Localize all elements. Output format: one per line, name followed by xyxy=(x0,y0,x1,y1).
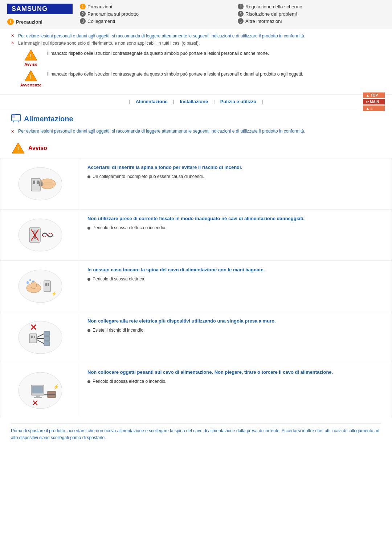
samsung-logo: SAMSUNG xyxy=(7,4,73,14)
nav-num-5: 5 xyxy=(238,11,244,17)
table-row: ⚡ In nessun caso toccare la spina del ca… xyxy=(0,261,392,312)
warning-content-2: Non utilizzare prese di corrente fissate… xyxy=(80,210,392,260)
bullet-dot xyxy=(87,278,90,281)
svg-text:⚡: ⚡ xyxy=(53,384,60,390)
svg-rect-26 xyxy=(45,283,47,286)
nav-menu: 1 Precauzioni 4 Regolazione dello scherm… xyxy=(80,4,385,24)
svg-rect-15 xyxy=(43,183,54,185)
bullet-text-4: Esiste il rischio di incendio. xyxy=(93,328,144,333)
nav-link-4[interactable]: Regolazione dello schermo xyxy=(245,4,302,9)
content-area: Per evitare lesioni personali o danni ag… xyxy=(0,128,392,134)
sep-3: | xyxy=(262,99,263,104)
nav-num-2: 2 xyxy=(80,11,86,17)
svg-rect-25 xyxy=(44,281,50,292)
warning-title-5: Non collocare oggetti pesanti sul cavo d… xyxy=(87,369,384,376)
avviso-icon: ! Avviso xyxy=(18,49,44,66)
svg-rect-27 xyxy=(48,283,49,286)
nav-link-3[interactable]: Collegamenti xyxy=(87,19,115,24)
bullet-text-5: Pericolo di scossa elettrica o incendio. xyxy=(93,379,166,384)
warning-image-4 xyxy=(0,312,80,363)
svg-point-34 xyxy=(19,321,62,354)
nav-link-6[interactable]: Altre informazioni xyxy=(245,19,282,24)
nav-links-bar: | Alimentazione | Installazione | Pulizi… xyxy=(0,95,392,108)
warning-image-1 xyxy=(0,158,80,209)
svg-rect-42 xyxy=(44,336,50,341)
main-button[interactable]: ↩MAIN xyxy=(363,99,385,104)
svg-point-31 xyxy=(29,279,31,281)
warning-title-2: Non utilizzare prese di corrente fissate… xyxy=(87,215,384,222)
bullet-text-2: Pericolo di scossa elettrica o incendio. xyxy=(93,225,166,230)
logo-section: SAMSUNG 1 Precauzioni xyxy=(7,4,73,25)
section-title: Alimentazione xyxy=(24,115,73,123)
table-row: ⚡ Non collocare oggetti pesanti sul cavo… xyxy=(0,363,392,418)
nav-num-4: 4 xyxy=(238,4,244,9)
bottom-text: Prima di spostare il prodotto, accertars… xyxy=(0,424,392,449)
warning-content-4: Non collegare alla rete elettrica più di… xyxy=(80,312,392,363)
warning-content-3: In nessun caso toccare la spina del cavo… xyxy=(80,261,392,312)
nav-link-1[interactable]: Precauzioni xyxy=(87,4,112,9)
svg-text:⚡: ⚡ xyxy=(51,291,57,296)
warning-image-5: ⚡ xyxy=(0,363,80,418)
warning-content-1: Accertarsi di inserire la spina a fondo … xyxy=(80,158,392,209)
content-warning: Per evitare lesioni personali o danni ag… xyxy=(11,128,381,134)
warning-bullet-4: Esiste il rischio di incendio. xyxy=(87,328,384,333)
section-icon xyxy=(11,114,21,124)
nav-item-1[interactable]: 1 Precauzioni xyxy=(80,4,227,9)
avvertenze-label: Avvertenze xyxy=(20,83,41,87)
svg-rect-5 xyxy=(12,114,15,118)
svg-rect-49 xyxy=(36,395,40,397)
nav-num-6: 6 xyxy=(238,18,244,24)
top-buttons: ▲TOP ↩MAIN ▲⌂ xyxy=(363,92,385,111)
warning-bullet-1: Un collegamento incompleto può essere ca… xyxy=(87,174,384,179)
warning-image-3: ⚡ xyxy=(0,261,80,312)
svg-rect-37 xyxy=(34,336,35,338)
avviso-section-title: Avviso xyxy=(28,145,47,151)
bullet-dot xyxy=(87,329,90,332)
nav-item-5[interactable]: 5 Risoluzione dei problemi xyxy=(238,11,385,17)
bullet-dot xyxy=(87,175,90,178)
warning-content-5: Non collocare oggetti pesanti sul cavo d… xyxy=(80,363,392,418)
avviso-section-header: ! Avviso xyxy=(11,142,392,154)
svg-rect-36 xyxy=(31,336,33,338)
nav-link-pulizia[interactable]: Pulizia e utilizzo xyxy=(215,99,262,104)
svg-point-29 xyxy=(31,281,37,289)
svg-rect-13 xyxy=(37,181,39,184)
top-button[interactable]: ▲TOP xyxy=(363,92,385,98)
bullet-dot xyxy=(87,227,90,230)
svg-point-32 xyxy=(32,280,34,283)
bullet-dot xyxy=(87,380,90,383)
nav-link-installazione[interactable]: Installazione xyxy=(174,99,213,104)
nav-link-5[interactable]: Risoluzione dei problemi xyxy=(245,11,297,17)
nav-item-4[interactable]: 4 Regolazione dello schermo xyxy=(238,4,385,9)
nav-link-2[interactable]: Panoramica sul prodotto xyxy=(87,11,139,17)
intro-warning-1: Per evitare lesioni personali o danni ag… xyxy=(11,33,381,39)
top-navigation: SAMSUNG 1 Precauzioni 1 Precauzioni 4 Re… xyxy=(0,0,392,29)
home-button[interactable]: ▲⌂ xyxy=(363,105,385,111)
avviso-box: ! Avviso Il mancato rispetto delle istru… xyxy=(18,49,381,66)
avviso-text: Il mancato rispetto delle istruzioni con… xyxy=(47,49,269,57)
avvertenze-box: ! Avvertenze Il mancato rispetto delle i… xyxy=(18,69,381,87)
warning-bullet-2: Pericolo di scossa elettrica o incendio. xyxy=(87,225,384,230)
avvertenze-icon: ! Avvertenze xyxy=(18,69,44,87)
table-row: Non collegare alla rete elettrica più di… xyxy=(0,312,392,363)
nav-item-3[interactable]: 3 Collegamenti xyxy=(80,18,227,24)
warning-title-1: Accertarsi di inserire la spina a fondo … xyxy=(87,164,384,171)
warning-bullet-3: Pericolo di scossa elettrica. xyxy=(87,276,384,281)
nav-item-6[interactable]: 6 Altre informazioni xyxy=(238,18,385,24)
intro-warning-2: Le immagini qui riportate sono solo di r… xyxy=(11,41,381,46)
svg-text:!: ! xyxy=(17,146,19,153)
svg-rect-16 xyxy=(39,182,40,186)
svg-rect-12 xyxy=(33,181,35,184)
table-row: Accertarsi di inserire la spina a fondo … xyxy=(0,158,392,210)
current-section: 1 Precauzioni xyxy=(7,19,73,25)
warning-title-4: Non collegare alla rete elettrica più di… xyxy=(87,317,384,325)
avviso-label: Avviso xyxy=(24,62,37,66)
nav-item-2[interactable]: 2 Panoramica sul prodotto xyxy=(80,11,227,17)
svg-rect-48 xyxy=(32,386,43,393)
page-header: Per evitare lesioni personali o danni ag… xyxy=(0,29,392,95)
svg-rect-35 xyxy=(29,334,37,343)
nav-link-alimentazione[interactable]: Alimentazione xyxy=(130,99,173,104)
warning-title-3: In nessun caso toccare la spina del cavo… xyxy=(87,266,384,274)
warning-table: Accertarsi di inserire la spina a fondo … xyxy=(0,158,392,418)
svg-text:!: ! xyxy=(30,74,32,80)
